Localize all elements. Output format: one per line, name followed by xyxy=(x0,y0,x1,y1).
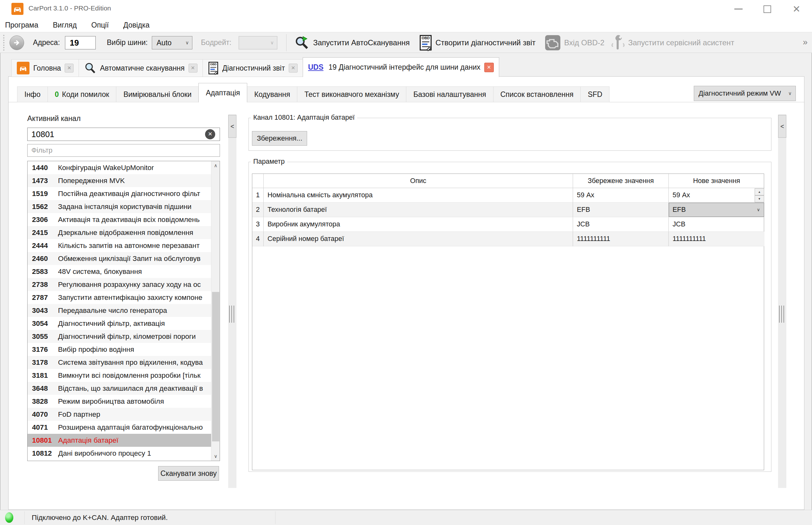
splitter-grip[interactable] xyxy=(779,305,785,322)
obd-report-icon: OBD xyxy=(419,34,432,51)
window-title: CarPort 3.1.0 - PRO-Edition xyxy=(29,4,111,12)
channel-name: Система звітування про відхилення, кодув… xyxy=(58,358,203,366)
channel-list-item[interactable]: 3055Діагностичний фільтр, кілометрові по… xyxy=(28,330,212,343)
menu-help[interactable]: Довідка xyxy=(123,21,157,29)
param-description: Номінальна ємність акумулятора xyxy=(264,188,573,202)
diagnostic-mode-select[interactable]: Діагностичний режим VW ∨ xyxy=(694,86,796,101)
obd-report-icon: OBD xyxy=(208,61,219,75)
channel-id: 3176 xyxy=(32,343,52,356)
collapse-right-icon[interactable]: < xyxy=(778,115,786,138)
param-new-value: EFB xyxy=(672,206,686,213)
channel-list-item[interactable]: 258348V система, блокування xyxy=(28,265,212,278)
collapse-left-icon[interactable]: < xyxy=(228,115,236,138)
menu-program[interactable]: Програма xyxy=(5,21,46,29)
channel-list-item[interactable]: 2787Запустити автентифікацію захисту ком… xyxy=(28,291,212,304)
document-tab-bar: Головна ✕ Автоматичне сканування ✕ OBD Д… xyxy=(11,53,499,77)
channel-name: Діагностичний фільтр, кілометрові пороги xyxy=(58,332,196,340)
subtab-6[interactable]: Базові налаштування xyxy=(406,87,493,102)
channel-list-item[interactable]: 1562Задана інсталяція користувачів підши… xyxy=(28,200,212,213)
subtab-7[interactable]: Список встановлення xyxy=(493,87,581,102)
channel-list-item[interactable]: 3828Режим виробництва автомобіля xyxy=(28,395,212,408)
channel-list-item[interactable]: 1519Постійна деактивація діагностичного … xyxy=(28,187,212,200)
diagnostic-mode-value: Діагностичний режим VW xyxy=(698,89,781,97)
splitter-grip[interactable] xyxy=(229,305,235,322)
spinner-up-icon[interactable]: ▲ xyxy=(755,189,764,195)
channel-name: Кількість запитів на автономне перезаван… xyxy=(58,242,200,250)
menu-options[interactable]: Опції xyxy=(91,21,116,29)
channel-id: 4071 xyxy=(32,421,52,434)
toolbar-overflow-button[interactable]: » xyxy=(803,38,808,47)
menu-view[interactable]: Вигляд xyxy=(53,21,84,29)
save-button[interactable]: Збереження... xyxy=(252,131,307,146)
tab-close-icon[interactable]: ✕ xyxy=(484,63,494,72)
bus-select[interactable]: Auto ∨ xyxy=(152,36,192,49)
scroll-down-icon[interactable]: ∨ xyxy=(212,452,220,461)
channel-name: Режим виробництва автомобіля xyxy=(58,397,164,405)
filter-input[interactable] xyxy=(27,144,220,157)
scrollbar-thumb[interactable] xyxy=(212,292,219,441)
channel-list-item[interactable]: 4070FoD партнер xyxy=(28,408,212,421)
channel-list-item[interactable]: 2306Активація та деактивація всіх повідо… xyxy=(28,213,212,226)
channel-list-item[interactable]: 3178Система звітування про відхилення, к… xyxy=(28,356,212,369)
tab-close-icon[interactable]: ✕ xyxy=(189,64,198,73)
channel-list-item[interactable]: 10801Адаптація батареї xyxy=(28,434,212,447)
subtab-1[interactable]: 0Коди помилок xyxy=(47,87,117,102)
subtab-2[interactable]: Вимірювальні блоки xyxy=(116,87,199,102)
channel-list-item[interactable]: 3043Передавальне число генератора xyxy=(28,304,212,317)
channel-list-item[interactable]: 1440Конфігурація WakeUpMonitor xyxy=(28,161,212,174)
autoscan-magnifier-icon xyxy=(294,35,310,51)
subtab-label: Базові налаштування xyxy=(413,90,486,99)
channel-list-item[interactable]: 10812Дані виробничого процесу 1 xyxy=(28,447,212,460)
autoscan-button[interactable]: Запустити АвтоСканування xyxy=(294,34,410,51)
address-input[interactable] xyxy=(65,36,96,49)
tab-home[interactable]: Головна ✕ xyxy=(11,59,79,77)
parameter-groupbox-title: Параметр xyxy=(251,158,287,166)
subtab-3[interactable]: Адаптація xyxy=(199,83,247,102)
minimize-button[interactable] xyxy=(728,0,749,18)
create-report-button[interactable]: OBD Створити діагностичний звіт xyxy=(419,34,536,51)
channel-list-item[interactable]: 3176Вибір профілю водіння xyxy=(28,343,212,356)
toolbar-grip[interactable] xyxy=(3,35,4,51)
subtab-4[interactable]: Кодування xyxy=(247,87,297,102)
scroll-up-icon[interactable]: ∧ xyxy=(212,161,220,170)
clear-channel-icon[interactable]: ✕ xyxy=(205,129,215,139)
left-splitter[interactable]: < xyxy=(228,114,236,488)
channel-list-item[interactable]: 3648Відстань, що залишилася для деактива… xyxy=(28,382,212,395)
right-splitter[interactable]: < xyxy=(778,114,786,488)
spinner-down-icon[interactable]: ▼ xyxy=(755,195,764,202)
channel-list-item[interactable]: 2444Кількість запитів на автономне перез… xyxy=(28,239,212,252)
channel-list-item[interactable]: 3181Вимкнути всі повідомлення розробки [… xyxy=(28,369,212,382)
active-channel-input[interactable] xyxy=(27,127,220,141)
tab-close-icon[interactable]: ✕ xyxy=(289,64,298,73)
tab-uds-interface[interactable]: UDS 19 Діагностичний інтерфейс для шини … xyxy=(303,57,499,77)
obd-login-button: Вхід OBD-2 xyxy=(545,34,605,51)
uds-link[interactable]: UDS xyxy=(308,63,323,72)
param-value-spinner: ▲▼ xyxy=(755,189,764,202)
wrench-icon xyxy=(611,34,625,51)
param-new-value-dropdown[interactable]: EFB∨ xyxy=(669,202,764,217)
channel-list-box: 1440Конфігурація WakeUpMonitor1473Попере… xyxy=(27,161,220,461)
channel-list-item[interactable]: 2415Дзеркальне відображення повідомлення xyxy=(28,226,212,239)
channel-list-item[interactable]: 2738Регулювання розрахунку запасу ходу н… xyxy=(28,278,212,291)
subtab-5[interactable]: Тест виконавчого механізму xyxy=(297,87,406,102)
go-button[interactable] xyxy=(10,35,24,50)
autoscan-label: Запустити АвтоСканування xyxy=(313,38,410,47)
status-bar: Підключено до K+CAN. Адаптер готовий. xyxy=(0,510,812,525)
channel-list-item[interactable]: 3054Діагностичний фільтр, активація xyxy=(28,317,212,330)
baudrate-select: ∨ xyxy=(239,36,277,49)
close-button[interactable]: ✕ xyxy=(786,0,807,18)
channel-list-item[interactable]: 1473Попередження MVK xyxy=(28,174,212,187)
obd-login-label: Вхід OBD-2 xyxy=(564,38,605,47)
subtab-8[interactable]: SFD xyxy=(580,87,609,102)
subtab-row: Інфо0Коди помилокВимірювальні блокиАдапт… xyxy=(17,83,609,102)
tab-close-icon[interactable]: ✕ xyxy=(65,64,74,73)
rescan-button[interactable]: Сканувати знову xyxy=(158,466,219,481)
tab-autoscan[interactable]: Автоматичне сканування ✕ xyxy=(78,59,203,77)
channel-list-item[interactable]: 4071Розширена адаптація багатофункціонал… xyxy=(28,421,212,434)
subtab-0[interactable]: Інфо xyxy=(17,87,48,102)
maximize-button[interactable] xyxy=(756,0,778,18)
magnifier-icon xyxy=(84,62,96,74)
param-new-value: 1111111111 xyxy=(672,235,706,242)
tab-diagnostic-report[interactable]: OBD Діагностичний звіт ✕ xyxy=(203,59,303,77)
channel-list-item[interactable]: 2460Обмеження циклізації Запит на обслуг… xyxy=(28,252,212,265)
